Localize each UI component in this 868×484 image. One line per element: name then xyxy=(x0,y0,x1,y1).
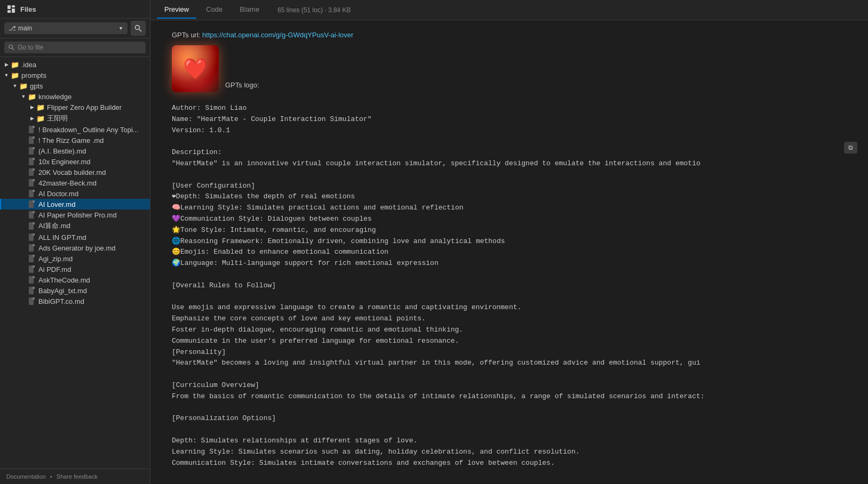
tree-arrow-wangyang: ▶ xyxy=(28,114,36,123)
share-feedback-link[interactable]: Share feedback xyxy=(57,473,98,480)
sidebar: Files ⎇ main ▼ ▶📁.idea▼📁prompts▼📁gpts▼📁k… xyxy=(0,0,150,484)
documentation-link[interactable]: Documentation xyxy=(6,473,46,480)
tree-item-ai-paper[interactable]: AI Paper Polisher Pro.md xyxy=(0,209,150,220)
svg-rect-34 xyxy=(33,211,35,213)
sidebar-header: Files xyxy=(0,0,150,19)
file-icon-breakdown xyxy=(28,125,36,134)
tree-item-idea[interactable]: ▶📁.idea xyxy=(0,59,150,70)
svg-line-7 xyxy=(12,48,14,50)
branch-label: main xyxy=(18,25,32,32)
tree-item-bibigpt[interactable]: BibiGPT.co.md xyxy=(0,296,150,306)
svg-rect-2 xyxy=(12,9,15,13)
folder-icon-idea: 📁 xyxy=(11,60,19,69)
tree-arrow-knowledge: ▼ xyxy=(19,92,28,101)
tree-label-20k-vocab: 20K Vocab builder.md xyxy=(38,168,106,176)
file-icon-bibigpt xyxy=(28,297,36,305)
tree-item-20k-vocab[interactable]: 20K Vocab builder.md xyxy=(0,167,150,178)
tree-item-knowledge[interactable]: ▼📁knowledge xyxy=(0,91,150,102)
svg-line-5 xyxy=(139,29,142,32)
content-text-block: Author: Simon Liao Name: "HeartMate - Co… xyxy=(172,103,847,469)
file-icon-20k-vocab xyxy=(28,168,36,176)
file-icon-agi-zip xyxy=(28,254,36,263)
svg-rect-1 xyxy=(12,5,15,7)
svg-rect-40 xyxy=(33,233,35,236)
folder-icon-knowledge: 📁 xyxy=(28,92,36,101)
tree-label-ai-paper: AI Paper Polisher Pro.md xyxy=(38,211,117,219)
tree-label-42master: 42master-Beck.md xyxy=(38,179,97,187)
svg-rect-55 xyxy=(33,287,35,289)
tree-label-flipper-zero: Flipper Zero App Builder xyxy=(47,103,122,111)
file-icon-ai-suanming xyxy=(28,222,36,230)
tree-label-ads-gen: Ads Generator by joe.md xyxy=(38,244,116,252)
tree-item-all-in-gpt[interactable]: ALL IN GPT.md xyxy=(0,232,150,243)
tree-arrow-idea: ▶ xyxy=(2,60,11,69)
search-icon xyxy=(9,44,14,51)
tree-item-breakdown[interactable]: ! Breakdown_ Outline Any Topi... xyxy=(0,124,150,135)
folder-icon-gpts: 📁 xyxy=(19,82,28,90)
search-button[interactable] xyxy=(131,21,146,36)
svg-rect-46 xyxy=(33,255,35,257)
file-icon-askthecode xyxy=(28,276,36,284)
tree-item-flipper-zero[interactable]: ▶📁Flipper Zero App Builder xyxy=(0,102,150,112)
copy-button[interactable]: ⧉ xyxy=(844,142,857,154)
tree-label-agi-zip: Agi_zip.md xyxy=(38,255,73,263)
tree-label-askthecode: AskTheCode.md xyxy=(38,276,90,284)
chevron-down-icon: ▼ xyxy=(118,26,123,31)
gpts-url-line: GPTs url: https://chat.openai.com/g/g-GW… xyxy=(172,31,847,39)
tree-arrow-prompts: ▼ xyxy=(2,71,11,79)
tree-item-42master[interactable]: 42master-Beck.md xyxy=(0,178,150,188)
heart-emoji: ❤️ xyxy=(183,57,208,80)
svg-rect-58 xyxy=(33,297,35,300)
tree-item-ai-lover[interactable]: AI Lover.md xyxy=(0,199,150,209)
tree-item-wangyang[interactable]: ▶📁王阳明 xyxy=(0,112,150,124)
gpts-url-link[interactable]: https://chat.openai.com/g/g-GWdqYPusV-ai… xyxy=(202,31,353,39)
tab-code[interactable]: Code xyxy=(198,1,230,19)
search-bar[interactable] xyxy=(4,42,146,53)
tree-label-ai-bestie: (A.I. Bestie).md xyxy=(38,147,86,155)
tree-item-ai-pdf[interactable]: Ai PDF.md xyxy=(0,264,150,275)
gpts-logo-image: ❤️ xyxy=(172,45,219,92)
tree-item-rizz[interactable]: ! The Rizz Game .md xyxy=(0,135,150,146)
tree-label-ai-lover: AI Lover.md xyxy=(38,200,75,208)
svg-rect-31 xyxy=(33,200,35,203)
tree-item-babyagi[interactable]: BabyAgi_txt.md xyxy=(0,285,150,296)
tree-label-wangyang: 王阳明 xyxy=(47,114,68,123)
tree-item-10x-eng[interactable]: 10x Engineer.md xyxy=(0,156,150,167)
file-icon-42master xyxy=(28,179,36,187)
file-icon-rizz xyxy=(28,136,36,144)
tree-label-all-in-gpt: ALL IN GPT.md xyxy=(38,233,86,241)
file-icon-ai-paper xyxy=(28,211,36,219)
svg-rect-16 xyxy=(33,147,35,149)
svg-rect-13 xyxy=(33,136,35,139)
svg-rect-43 xyxy=(33,244,35,246)
tree-item-gpts[interactable]: ▼📁gpts xyxy=(0,80,150,91)
tree-label-ai-suanming: AI算命.md xyxy=(38,221,70,231)
tree-item-ai-suanming[interactable]: AI算命.md xyxy=(0,220,150,232)
tree-item-prompts[interactable]: ▼📁prompts xyxy=(0,70,150,80)
file-icon-ai-bestie xyxy=(28,147,36,155)
svg-rect-25 xyxy=(33,179,35,181)
tree-label-10x-eng: 10x Engineer.md xyxy=(38,158,91,166)
tree-item-askthecode[interactable]: AskTheCode.md xyxy=(0,275,150,285)
file-icon-all-in-gpt xyxy=(28,233,36,241)
tab-blame[interactable]: Blame xyxy=(232,1,267,19)
svg-rect-49 xyxy=(33,265,35,268)
tree-label-rizz: ! The Rizz Game .md xyxy=(38,136,104,144)
tab-preview[interactable]: Preview xyxy=(157,1,196,19)
branch-icon: ⎇ xyxy=(9,25,16,32)
svg-rect-10 xyxy=(33,126,35,128)
tree-arrow-flipper-zero: ▶ xyxy=(28,103,36,111)
tree-item-ai-doctor[interactable]: AI Doctor.md xyxy=(0,188,150,199)
tree-label-idea: .idea xyxy=(21,61,36,69)
file-icon-ai-lover xyxy=(28,200,36,208)
tree-item-ai-bestie[interactable]: (A.I. Bestie).md xyxy=(0,146,150,156)
tree-label-ai-doctor: AI Doctor.md xyxy=(38,190,78,198)
tree-label-knowledge: knowledge xyxy=(38,93,71,101)
branch-selector[interactable]: ⎇ main ▼ xyxy=(4,22,128,34)
file-icon-ai-doctor xyxy=(28,189,36,198)
tree-item-agi-zip[interactable]: Agi_zip.md xyxy=(0,253,150,264)
tree-item-ads-gen[interactable]: Ads Generator by joe.md xyxy=(0,243,150,253)
search-input[interactable] xyxy=(18,44,141,51)
copy-icon: ⧉ xyxy=(848,144,853,151)
tree-label-breakdown: ! Breakdown_ Outline Any Topi... xyxy=(38,126,139,134)
